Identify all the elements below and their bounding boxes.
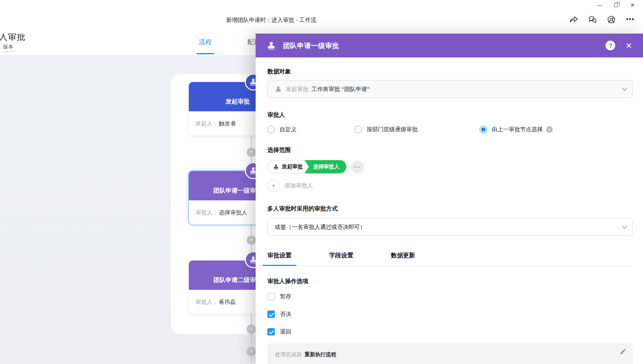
checkbox-icon bbox=[267, 293, 275, 300]
browser-icon[interactable] bbox=[605, 13, 618, 26]
workflow-canvas: 发起审批 发起人： 触发者 + 团队申请一级审批 审批人： 选择审批人 + 团队… bbox=[0, 55, 256, 364]
tab-flow[interactable]: 流程 bbox=[197, 38, 214, 46]
tab-approval-settings[interactable]: 审批设置 bbox=[267, 252, 292, 266]
radio-custom[interactable]: 自定义 bbox=[267, 126, 355, 133]
radio-by-previous-node[interactable]: 由上一审批节点选择 i bbox=[480, 126, 553, 133]
add-node-button-1[interactable]: + bbox=[247, 148, 256, 157]
multi-mode-select[interactable]: 或签（一名审批人通过或否决即可） bbox=[267, 218, 633, 236]
multi-mode-label: 多人审批时采用的审批方式 bbox=[267, 205, 633, 212]
data-object-prefix: 发起审批 bbox=[286, 86, 308, 93]
wechat-icon[interactable] bbox=[586, 13, 599, 26]
version-selector[interactable]: 版本 bbox=[3, 43, 14, 52]
window-controls: — ✕ bbox=[591, 0, 641, 10]
multi-mode-value: 或签（一名审批人通过或否决即可） bbox=[275, 223, 365, 231]
radio-icon bbox=[355, 126, 362, 133]
chevron-down-icon bbox=[622, 86, 627, 91]
close-panel-icon[interactable]: ✕ bbox=[625, 41, 632, 50]
active-tab-underline bbox=[197, 53, 214, 54]
scope-label: 选择范围 bbox=[267, 146, 633, 154]
edit-pencil-icon[interactable] bbox=[620, 348, 627, 356]
restore-button[interactable] bbox=[608, 0, 624, 10]
minimize-button[interactable]: — bbox=[591, 0, 608, 10]
flow-page-title-partial: 入审批 bbox=[0, 34, 26, 43]
workflow-editor-window: 新增团队申请时：进入审批 - 工作流 — ✕ bbox=[0, 0, 643, 364]
checkbox-hold[interactable]: 暂存 bbox=[267, 293, 633, 300]
titlebar-action-icons: ⋯ bbox=[567, 13, 637, 26]
add-node-button-4[interactable]: + bbox=[247, 347, 256, 356]
add-node-button-2[interactable]: + bbox=[247, 236, 256, 245]
chevron-down-icon bbox=[622, 224, 627, 229]
data-object-value: 工作表审批 “团队申请” bbox=[312, 86, 370, 93]
tab-config[interactable]: 配置 bbox=[247, 38, 256, 46]
radio-selected-icon bbox=[480, 126, 487, 133]
panel-body: 数据对象 发起审批 工作表审批 “团队申请” 审批人 自定义 按部门层级逐级审批 bbox=[256, 57, 643, 364]
checkbox-checked-icon bbox=[267, 310, 275, 318]
share-icon[interactable] bbox=[567, 13, 580, 26]
checkbox-veto[interactable]: 否决 bbox=[267, 310, 633, 318]
data-object-label: 数据对象 bbox=[267, 68, 633, 75]
add-approver-button[interactable]: + 添加审批人 bbox=[267, 180, 633, 192]
checkbox-return[interactable]: 退回 bbox=[267, 328, 633, 335]
radio-icon bbox=[267, 126, 275, 133]
info-icon[interactable]: i bbox=[546, 126, 553, 133]
node-settings-panel: 团队申请一级审批 ? ✕ 数据对象 发起审批 工作表审批 “团队申请” 审批人 … bbox=[256, 34, 643, 364]
settings-tabs: 审批设置 字段设置 数据更新 bbox=[267, 252, 633, 266]
flow-toolbar: 入审批 版本 流程 配置 bbox=[0, 34, 256, 55]
stamp-icon bbox=[273, 164, 279, 170]
scope-tag-row: 发起审批 选择审批人 ··· bbox=[267, 160, 633, 173]
radio-by-department[interactable]: 按部门层级逐级审批 bbox=[355, 126, 480, 133]
scope-source-tag[interactable]: 发起审批 bbox=[267, 160, 304, 173]
return-settings-line1: 处理完成后 重新执行流程 bbox=[275, 351, 625, 358]
scope-value-tag[interactable]: 选择审批人 bbox=[304, 160, 346, 173]
help-icon[interactable]: ? bbox=[605, 41, 615, 50]
approver-options: 自定义 按部门层级逐级审批 由上一审批节点选择 i bbox=[267, 126, 633, 133]
data-object-select[interactable]: 发起审批 工作表审批 “团队申请” bbox=[267, 80, 633, 98]
panel-header: 团队申请一级审批 ? ✕ bbox=[256, 34, 643, 57]
window-title: 新增团队申请时：进入审批 - 工作流 bbox=[226, 16, 316, 24]
more-menu-icon[interactable]: ⋯ bbox=[623, 13, 637, 26]
tag-more-button[interactable]: ··· bbox=[351, 161, 364, 173]
tab-field-settings[interactable]: 字段设置 bbox=[329, 252, 353, 266]
approver-label: 审批人 bbox=[267, 111, 633, 119]
stamp-icon bbox=[267, 41, 276, 50]
tag-arrow-shape bbox=[304, 160, 309, 173]
close-window-button[interactable]: ✕ bbox=[624, 0, 641, 10]
stamp-icon bbox=[275, 86, 282, 93]
return-settings-box: 处理完成后 重新执行流程 允许退回的节点 发起审批 bbox=[267, 343, 633, 364]
panel-title: 团队申请一级审批 bbox=[283, 41, 605, 50]
checkbox-checked-icon bbox=[267, 328, 275, 335]
add-node-button-3[interactable]: + bbox=[247, 325, 256, 334]
plus-dashed-icon: + bbox=[267, 180, 279, 192]
tab-data-update[interactable]: 数据更新 bbox=[391, 252, 415, 266]
operations-label: 审批人操作选项 bbox=[267, 278, 633, 285]
window-titlebar: 新增团队申请时：进入审批 - 工作流 — ✕ bbox=[0, 0, 643, 34]
restore-icon bbox=[614, 3, 618, 7]
